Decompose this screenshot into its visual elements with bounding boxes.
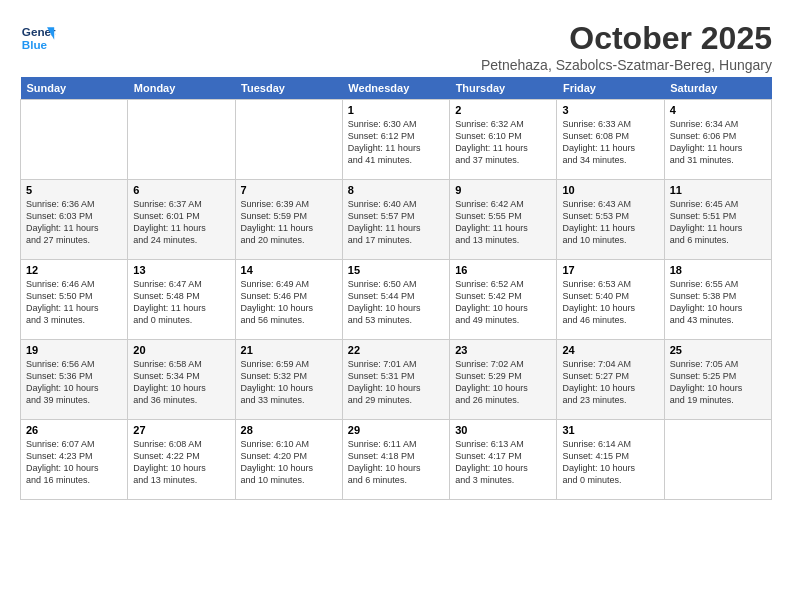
week-row-1: 1Sunrise: 6:30 AMSunset: 6:12 PMDaylight… <box>21 100 772 180</box>
day-info: Sunrise: 6:39 AMSunset: 5:59 PMDaylight:… <box>241 198 337 247</box>
day-info: Sunrise: 6:10 AMSunset: 4:20 PMDaylight:… <box>241 438 337 487</box>
calendar-cell: 26Sunrise: 6:07 AMSunset: 4:23 PMDayligh… <box>21 420 128 500</box>
calendar-cell: 25Sunrise: 7:05 AMSunset: 5:25 PMDayligh… <box>664 340 771 420</box>
calendar-cell: 27Sunrise: 6:08 AMSunset: 4:22 PMDayligh… <box>128 420 235 500</box>
calendar-cell: 10Sunrise: 6:43 AMSunset: 5:53 PMDayligh… <box>557 180 664 260</box>
page-header: General Blue General Blue October 2025 P… <box>20 20 772 73</box>
calendar-cell: 20Sunrise: 6:58 AMSunset: 5:34 PMDayligh… <box>128 340 235 420</box>
day-number: 12 <box>26 264 122 276</box>
day-info: Sunrise: 6:56 AMSunset: 5:36 PMDaylight:… <box>26 358 122 407</box>
day-number: 11 <box>670 184 766 196</box>
calendar-cell: 15Sunrise: 6:50 AMSunset: 5:44 PMDayligh… <box>342 260 449 340</box>
day-info: Sunrise: 6:43 AMSunset: 5:53 PMDaylight:… <box>562 198 658 247</box>
calendar-cell: 11Sunrise: 6:45 AMSunset: 5:51 PMDayligh… <box>664 180 771 260</box>
calendar-cell: 22Sunrise: 7:01 AMSunset: 5:31 PMDayligh… <box>342 340 449 420</box>
day-number: 18 <box>670 264 766 276</box>
calendar-cell: 30Sunrise: 6:13 AMSunset: 4:17 PMDayligh… <box>450 420 557 500</box>
day-info: Sunrise: 7:01 AMSunset: 5:31 PMDaylight:… <box>348 358 444 407</box>
day-number: 19 <box>26 344 122 356</box>
day-number: 10 <box>562 184 658 196</box>
calendar-cell: 2Sunrise: 6:32 AMSunset: 6:10 PMDaylight… <box>450 100 557 180</box>
calendar-cell: 5Sunrise: 6:36 AMSunset: 6:03 PMDaylight… <box>21 180 128 260</box>
weekday-header-sunday: Sunday <box>21 77 128 100</box>
weekday-header-thursday: Thursday <box>450 77 557 100</box>
calendar-table: SundayMondayTuesdayWednesdayThursdayFrid… <box>20 77 772 500</box>
calendar-cell: 18Sunrise: 6:55 AMSunset: 5:38 PMDayligh… <box>664 260 771 340</box>
day-info: Sunrise: 6:14 AMSunset: 4:15 PMDaylight:… <box>562 438 658 487</box>
day-number: 6 <box>133 184 229 196</box>
day-number: 31 <box>562 424 658 436</box>
day-number: 9 <box>455 184 551 196</box>
day-number: 20 <box>133 344 229 356</box>
month-title: October 2025 <box>481 20 772 57</box>
weekday-header-saturday: Saturday <box>664 77 771 100</box>
calendar-cell: 29Sunrise: 6:11 AMSunset: 4:18 PMDayligh… <box>342 420 449 500</box>
week-row-5: 26Sunrise: 6:07 AMSunset: 4:23 PMDayligh… <box>21 420 772 500</box>
calendar-cell: 21Sunrise: 6:59 AMSunset: 5:32 PMDayligh… <box>235 340 342 420</box>
calendar-cell: 6Sunrise: 6:37 AMSunset: 6:01 PMDaylight… <box>128 180 235 260</box>
day-info: Sunrise: 6:47 AMSunset: 5:48 PMDaylight:… <box>133 278 229 327</box>
day-info: Sunrise: 6:55 AMSunset: 5:38 PMDaylight:… <box>670 278 766 327</box>
calendar-cell: 28Sunrise: 6:10 AMSunset: 4:20 PMDayligh… <box>235 420 342 500</box>
weekday-header-row: SundayMondayTuesdayWednesdayThursdayFrid… <box>21 77 772 100</box>
day-number: 28 <box>241 424 337 436</box>
day-info: Sunrise: 6:46 AMSunset: 5:50 PMDaylight:… <box>26 278 122 327</box>
day-info: Sunrise: 6:11 AMSunset: 4:18 PMDaylight:… <box>348 438 444 487</box>
calendar-cell: 8Sunrise: 6:40 AMSunset: 5:57 PMDaylight… <box>342 180 449 260</box>
day-info: Sunrise: 6:08 AMSunset: 4:22 PMDaylight:… <box>133 438 229 487</box>
calendar-cell: 16Sunrise: 6:52 AMSunset: 5:42 PMDayligh… <box>450 260 557 340</box>
day-info: Sunrise: 7:02 AMSunset: 5:29 PMDaylight:… <box>455 358 551 407</box>
week-row-3: 12Sunrise: 6:46 AMSunset: 5:50 PMDayligh… <box>21 260 772 340</box>
location-subtitle: Petnehaza, Szabolcs-Szatmar-Bereg, Hunga… <box>481 57 772 73</box>
day-info: Sunrise: 6:50 AMSunset: 5:44 PMDaylight:… <box>348 278 444 327</box>
calendar-cell <box>128 100 235 180</box>
logo-icon: General Blue <box>20 20 56 56</box>
calendar-cell: 24Sunrise: 7:04 AMSunset: 5:27 PMDayligh… <box>557 340 664 420</box>
logo: General Blue General Blue <box>20 20 56 56</box>
day-info: Sunrise: 6:32 AMSunset: 6:10 PMDaylight:… <box>455 118 551 167</box>
day-info: Sunrise: 6:13 AMSunset: 4:17 PMDaylight:… <box>455 438 551 487</box>
day-info: Sunrise: 6:34 AMSunset: 6:06 PMDaylight:… <box>670 118 766 167</box>
day-number: 22 <box>348 344 444 356</box>
day-info: Sunrise: 6:52 AMSunset: 5:42 PMDaylight:… <box>455 278 551 327</box>
weekday-header-monday: Monday <box>128 77 235 100</box>
calendar-cell: 17Sunrise: 6:53 AMSunset: 5:40 PMDayligh… <box>557 260 664 340</box>
calendar-cell <box>235 100 342 180</box>
calendar-cell: 13Sunrise: 6:47 AMSunset: 5:48 PMDayligh… <box>128 260 235 340</box>
calendar-cell: 12Sunrise: 6:46 AMSunset: 5:50 PMDayligh… <box>21 260 128 340</box>
day-info: Sunrise: 6:36 AMSunset: 6:03 PMDaylight:… <box>26 198 122 247</box>
day-number: 5 <box>26 184 122 196</box>
day-info: Sunrise: 6:30 AMSunset: 6:12 PMDaylight:… <box>348 118 444 167</box>
day-info: Sunrise: 6:58 AMSunset: 5:34 PMDaylight:… <box>133 358 229 407</box>
calendar-cell: 7Sunrise: 6:39 AMSunset: 5:59 PMDaylight… <box>235 180 342 260</box>
day-info: Sunrise: 6:45 AMSunset: 5:51 PMDaylight:… <box>670 198 766 247</box>
calendar-cell: 23Sunrise: 7:02 AMSunset: 5:29 PMDayligh… <box>450 340 557 420</box>
day-number: 4 <box>670 104 766 116</box>
day-number: 8 <box>348 184 444 196</box>
day-number: 27 <box>133 424 229 436</box>
day-number: 13 <box>133 264 229 276</box>
calendar-cell: 4Sunrise: 6:34 AMSunset: 6:06 PMDaylight… <box>664 100 771 180</box>
day-number: 25 <box>670 344 766 356</box>
day-info: Sunrise: 6:49 AMSunset: 5:46 PMDaylight:… <box>241 278 337 327</box>
day-number: 30 <box>455 424 551 436</box>
day-info: Sunrise: 6:53 AMSunset: 5:40 PMDaylight:… <box>562 278 658 327</box>
svg-text:Blue: Blue <box>22 38 48 51</box>
day-number: 26 <box>26 424 122 436</box>
day-number: 17 <box>562 264 658 276</box>
day-info: Sunrise: 6:33 AMSunset: 6:08 PMDaylight:… <box>562 118 658 167</box>
day-info: Sunrise: 6:59 AMSunset: 5:32 PMDaylight:… <box>241 358 337 407</box>
week-row-4: 19Sunrise: 6:56 AMSunset: 5:36 PMDayligh… <box>21 340 772 420</box>
calendar-cell: 3Sunrise: 6:33 AMSunset: 6:08 PMDaylight… <box>557 100 664 180</box>
calendar-cell <box>664 420 771 500</box>
day-number: 23 <box>455 344 551 356</box>
day-info: Sunrise: 6:40 AMSunset: 5:57 PMDaylight:… <box>348 198 444 247</box>
day-number: 7 <box>241 184 337 196</box>
day-info: Sunrise: 7:05 AMSunset: 5:25 PMDaylight:… <box>670 358 766 407</box>
title-section: October 2025 Petnehaza, Szabolcs-Szatmar… <box>481 20 772 73</box>
day-info: Sunrise: 6:42 AMSunset: 5:55 PMDaylight:… <box>455 198 551 247</box>
day-info: Sunrise: 6:37 AMSunset: 6:01 PMDaylight:… <box>133 198 229 247</box>
calendar-cell <box>21 100 128 180</box>
calendar-cell: 19Sunrise: 6:56 AMSunset: 5:36 PMDayligh… <box>21 340 128 420</box>
weekday-header-tuesday: Tuesday <box>235 77 342 100</box>
